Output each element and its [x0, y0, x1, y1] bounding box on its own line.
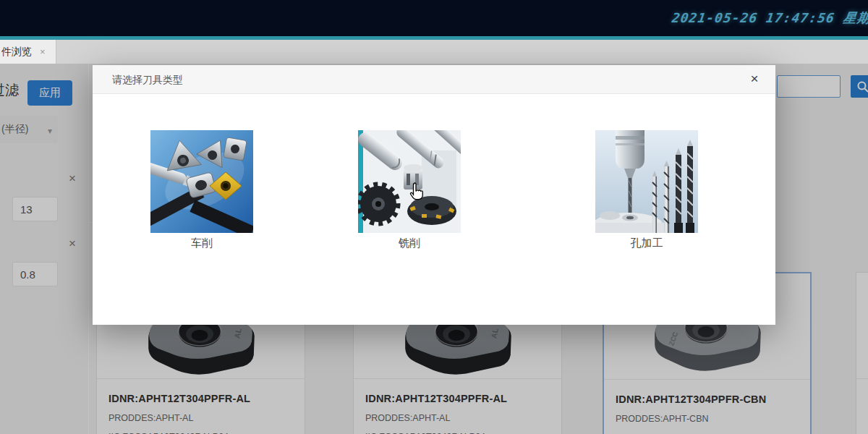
option-drilling-label: 孔加工: [595, 237, 698, 250]
dialog-header: 请选择刀具类型 ×: [93, 65, 775, 94]
tab-label: 件浏览: [1, 46, 32, 59]
top-status-bar: 2021-05-26 17:47:56 星期: [0, 0, 868, 36]
drilling-tools-image: [595, 130, 698, 233]
option-turning-label: 车削: [150, 237, 253, 250]
turning-tools-image: [150, 130, 253, 233]
tab-bar: 件浏览 ×: [0, 40, 868, 64]
tab-component-browse[interactable]: 件浏览 ×: [0, 40, 56, 64]
dialog-title: 请选择刀具类型: [112, 65, 183, 94]
option-turning[interactable]: 车削: [150, 130, 253, 250]
tool-type-dialog: 请选择刀具类型 ×: [93, 65, 775, 325]
digital-clock: 2021-05-26 17:47:56 星期: [671, 9, 868, 27]
option-milling-label: 铣削: [358, 237, 461, 250]
option-milling[interactable]: 铣削: [358, 130, 461, 250]
option-drilling[interactable]: 孔加工: [595, 130, 698, 250]
app-window: 2021-05-26 17:47:56 星期 件浏览 × 过滤 应用 (半径) …: [0, 0, 868, 434]
milling-tools-image: [358, 130, 461, 233]
tab-close-icon[interactable]: ×: [40, 47, 46, 56]
dialog-close-icon[interactable]: ×: [746, 71, 762, 87]
